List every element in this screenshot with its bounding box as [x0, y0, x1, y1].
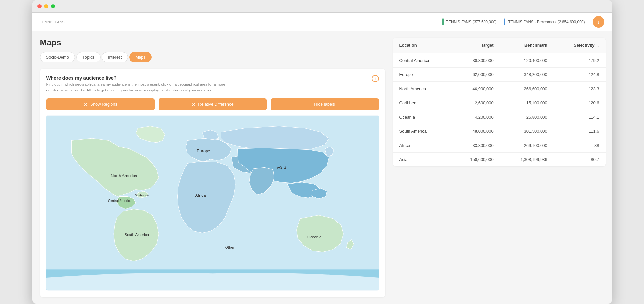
svg-text:Other: Other — [225, 245, 234, 249]
col-location: Location — [393, 38, 451, 53]
col-selectivity[interactable]: Selectivity ↓ — [554, 38, 606, 53]
hide-labels-label: Hide labels — [314, 102, 335, 107]
tab-topics[interactable]: Topics — [76, 52, 101, 62]
cell-selectivity: 88 — [554, 138, 606, 153]
tab-maps[interactable]: Maps — [129, 52, 152, 62]
cell-benchmark: 25,800,000 — [500, 110, 554, 124]
data-table: Location Target Benchmark Selectivity ↓ … — [393, 38, 606, 166]
target-label: TENNIS FANS — [446, 20, 472, 24]
cell-benchmark: 348,200,000 — [500, 68, 554, 82]
cell-selectivity: 80.7 — [554, 153, 606, 167]
cell-benchmark: 266,600,000 — [500, 82, 554, 96]
table-row[interactable]: Europe 62,000,000 348,200,000 124.8 — [393, 68, 606, 82]
cell-benchmark: 1,308,199,936 — [500, 153, 554, 167]
close-button[interactable] — [37, 4, 42, 8]
tab-interest[interactable]: Interest — [102, 52, 128, 62]
app-header: TENNIS FANS TENNIS FANS (377,500,000) TE… — [32, 13, 612, 31]
svg-text:Caribbean: Caribbean — [134, 193, 149, 197]
benchmark-legend: TENNIS FANS - Benchmark (2,654,600,000) — [504, 18, 585, 25]
cell-benchmark: 15,100,000 — [500, 96, 554, 110]
cell-location: Caribbean — [393, 96, 451, 110]
app-name: TENNIS FANS — [40, 20, 65, 24]
map-panel: Where does my audience live? Find out in… — [40, 69, 385, 297]
svg-text:South America: South America — [124, 233, 149, 237]
titlebar — [32, 0, 612, 13]
cell-selectivity: 114.1 — [554, 110, 606, 124]
minimize-button[interactable] — [44, 4, 48, 8]
cell-benchmark: 269,100,000 — [500, 138, 554, 153]
table-header-row: Location Target Benchmark Selectivity ↓ — [393, 38, 606, 53]
download-button[interactable]: ↓ — [593, 16, 604, 28]
data-table-container: Location Target Benchmark Selectivity ↓ … — [393, 38, 606, 166]
benchmark-count: (2,654,600,000) — [558, 20, 585, 24]
page-title: Maps — [40, 38, 385, 48]
target-legend-bar — [442, 18, 444, 25]
cell-location: Africa — [393, 138, 451, 153]
panel-subtitle: Find out in which geographical area my a… — [46, 82, 227, 93]
table-row[interactable]: Africa 33,800,000 269,100,000 88 — [393, 138, 606, 153]
dots-menu[interactable]: ⋮ — [49, 118, 55, 123]
cell-location: Oceania — [393, 110, 451, 124]
show-regions-icon: ⊙ — [83, 101, 88, 107]
app-window: TENNIS FANS TENNIS FANS (377,500,000) TE… — [32, 0, 612, 303]
table-row[interactable]: Caribbean 2,600,000 15,100,000 120.6 — [393, 96, 606, 110]
sort-icon: ↓ — [597, 43, 599, 48]
table-row[interactable]: North America 46,900,000 266,600,000 123… — [393, 82, 606, 96]
map-container[interactable]: ⋮ — [46, 115, 379, 291]
table-row[interactable]: Oceania 4,200,000 25,800,000 114.1 — [393, 110, 606, 124]
relative-difference-button[interactable]: ⊙ Relative Difference — [159, 98, 267, 110]
cell-target: 30,800,000 — [451, 53, 500, 68]
cell-location: Asia — [393, 153, 451, 167]
main-area: Maps Socio-Demo Topics Interest Maps Whe… — [32, 31, 393, 303]
col-target: Target — [451, 38, 500, 53]
cell-selectivity: 124.8 — [554, 68, 606, 82]
cell-location: North America — [393, 82, 451, 96]
table-row[interactable]: Asia 150,600,000 1,308,199,936 80.7 — [393, 153, 606, 167]
table-row[interactable]: Central America 30,800,000 120,400,000 1… — [393, 53, 606, 68]
cell-selectivity: 179.2 — [554, 53, 606, 68]
svg-text:North America: North America — [111, 173, 137, 178]
benchmark-label: TENNIS FANS - Benchmark — [508, 20, 556, 24]
table-body: Central America 30,800,000 120,400,000 1… — [393, 53, 606, 166]
benchmark-legend-bar — [504, 18, 505, 25]
cell-target: 48,000,000 — [451, 124, 500, 138]
svg-text:Oceania: Oceania — [307, 234, 322, 239]
cell-benchmark: 120,400,000 — [500, 53, 554, 68]
target-legend-label: TENNIS FANS (377,500,000) — [446, 20, 497, 24]
cell-target: 150,600,000 — [451, 153, 500, 167]
show-regions-button[interactable]: ⊙ Show Regions — [46, 98, 155, 110]
target-legend: TENNIS FANS (377,500,000) — [442, 18, 497, 25]
cell-location: South America — [393, 124, 451, 138]
header-left: TENNIS FANS — [40, 20, 65, 24]
cell-selectivity: 123.3 — [554, 82, 606, 96]
world-map-svg: North America Central America Caribbean … — [46, 115, 379, 291]
cell-location: Central America — [393, 53, 451, 68]
svg-text:Europe: Europe — [197, 148, 210, 153]
cell-target: 4,200,000 — [451, 110, 500, 124]
right-panel: Location Target Benchmark Selectivity ↓ … — [393, 31, 612, 303]
header-right: TENNIS FANS (377,500,000) TENNIS FANS - … — [442, 16, 604, 28]
traffic-lights — [37, 4, 55, 8]
cell-location: Europe — [393, 68, 451, 82]
svg-text:Africa: Africa — [195, 193, 206, 197]
info-icon[interactable]: i — [372, 75, 379, 82]
map-button-row: ⊙ Show Regions ⊙ Relative Difference Hid… — [46, 98, 379, 110]
maximize-button[interactable] — [51, 4, 55, 8]
svg-text:Asia: Asia — [277, 165, 286, 170]
svg-text:Central America: Central America — [108, 199, 131, 203]
tab-socio-demo[interactable]: Socio-Demo — [40, 52, 75, 62]
cell-target: 2,600,000 — [451, 96, 500, 110]
hide-labels-button[interactable]: Hide labels — [271, 98, 379, 110]
relative-difference-label: Relative Difference — [198, 102, 234, 107]
panel-header-text: Where does my audience live? Find out in… — [46, 75, 227, 93]
table-row[interactable]: South America 48,000,000 301,500,000 111… — [393, 124, 606, 138]
panel-title: Where does my audience live? — [46, 75, 227, 81]
col-benchmark: Benchmark — [500, 38, 554, 53]
cell-target: 46,900,000 — [451, 82, 500, 96]
cell-benchmark: 301,500,000 — [500, 124, 554, 138]
cell-target: 62,000,000 — [451, 68, 500, 82]
tab-bar: Socio-Demo Topics Interest Maps — [40, 52, 385, 62]
show-regions-label: Show Regions — [90, 102, 117, 107]
benchmark-legend-label: TENNIS FANS - Benchmark (2,654,600,000) — [508, 20, 585, 24]
cell-target: 33,800,000 — [451, 138, 500, 153]
